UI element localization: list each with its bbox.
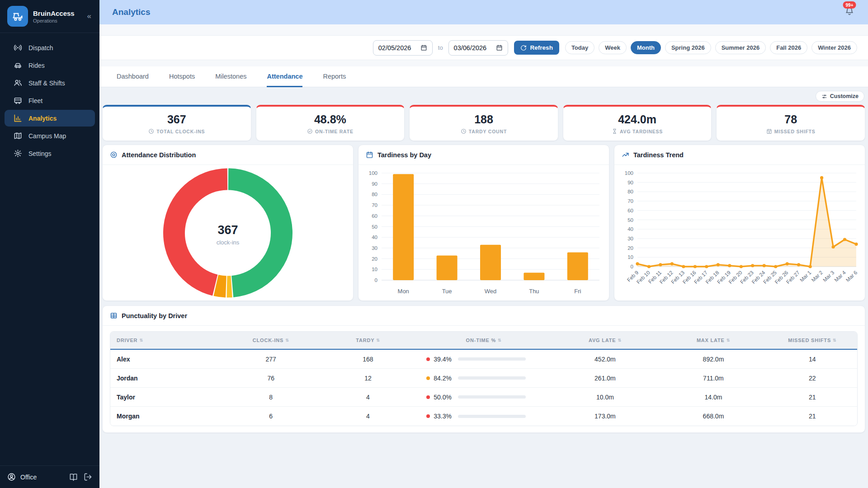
notifications-button[interactable]: 99+ xyxy=(844,6,854,18)
cell-tardy: 4 xyxy=(320,413,417,420)
svg-text:20: 20 xyxy=(372,256,377,261)
column-header-driver[interactable]: DRIVER⇅ xyxy=(110,338,222,343)
notification-badge: 99+ xyxy=(843,1,856,9)
calendar-icon[interactable] xyxy=(496,44,503,51)
spring-2026-button[interactable]: Spring 2026 xyxy=(665,41,711,54)
svg-text:40: 40 xyxy=(627,226,633,232)
chart-card-title-row: Tardiness by Day xyxy=(359,145,609,165)
dispatch-icon xyxy=(14,43,22,52)
winter-2026-button[interactable]: Winter 2026 xyxy=(811,41,857,54)
spacer-band xyxy=(99,60,868,66)
sidebar-item-staff-shifts[interactable]: Staff & Shifts xyxy=(0,75,99,91)
app-titles: BruinAccess Operations xyxy=(33,9,75,23)
book-icon[interactable] xyxy=(69,473,78,481)
kpi-value: 424.0m xyxy=(618,113,656,126)
tab-milestones[interactable]: Milestones xyxy=(215,66,246,87)
column-header-tardy[interactable]: TARDY⇅ xyxy=(320,338,417,343)
kpi-label-text: MISSED SHIFTS xyxy=(774,129,816,134)
sort-icon: ⇅ xyxy=(618,338,621,343)
svg-text:0: 0 xyxy=(631,264,633,269)
sidebar-item-label: Rides xyxy=(28,62,45,69)
kpi-label: TARDY COUNT xyxy=(461,128,507,134)
status-dot xyxy=(426,395,430,399)
today-button[interactable]: Today xyxy=(565,41,594,54)
tab-hotspots[interactable]: Hotspots xyxy=(169,66,195,87)
summer-2026-button[interactable]: Summer 2026 xyxy=(715,41,766,54)
sidebar-collapse-button[interactable]: « xyxy=(85,11,93,22)
sidebar-user-label: Office xyxy=(20,474,37,481)
column-header-label: CLOCK-INS xyxy=(253,338,283,343)
charts-row: Attendance Distribution367clock-insTardi… xyxy=(102,145,865,301)
column-header-clock-ins[interactable]: CLOCK-INS⇅ xyxy=(222,338,320,343)
month-button[interactable]: Month xyxy=(631,41,661,54)
chart-title: Attendance Distribution xyxy=(122,151,196,159)
svg-text:50: 50 xyxy=(627,217,633,222)
week-button[interactable]: Week xyxy=(599,41,627,54)
cell-missed-shifts: 21 xyxy=(768,413,857,420)
clock-icon xyxy=(461,128,467,134)
sidebar-item-analytics[interactable]: Analytics xyxy=(5,110,95,127)
hourglass-icon xyxy=(612,128,618,134)
sidebar-item-settings[interactable]: Settings xyxy=(0,145,99,162)
sidebar-header: BruinAccess Operations « xyxy=(0,0,99,33)
tab-reports[interactable]: Reports xyxy=(323,66,346,87)
calendar-icon[interactable] xyxy=(420,44,427,51)
cell-avg-late: 10.0m xyxy=(551,394,660,401)
cell-missed-shifts: 22 xyxy=(768,375,857,382)
logout-icon[interactable] xyxy=(84,473,92,481)
fall-2026-button[interactable]: Fall 2026 xyxy=(770,41,807,54)
car-icon xyxy=(14,61,22,70)
kpi-card-on-time-rate: 48.8%ON-TIME RATE xyxy=(256,105,405,141)
table-icon xyxy=(110,312,118,319)
cell-avg-late: 173.0m xyxy=(551,413,660,420)
column-header-avg-late[interactable]: AVG LATE⇅ xyxy=(551,338,660,343)
cell-missed-shifts: 14 xyxy=(768,356,857,363)
on-time-progress-track xyxy=(458,357,526,361)
cell-avg-late: 452.0m xyxy=(551,356,660,363)
svg-text:80: 80 xyxy=(627,189,633,194)
on-time-progress-track xyxy=(458,415,526,418)
cell-driver: Alex xyxy=(110,356,222,363)
chart-card-title-row: Attendance Distribution xyxy=(103,145,353,165)
status-dot xyxy=(426,376,430,380)
cell-tardy: 12 xyxy=(320,375,417,382)
svg-text:70: 70 xyxy=(372,202,377,208)
column-header-missed-shifts[interactable]: MISSED SHIFTS⇅ xyxy=(768,338,857,343)
column-header-on-time[interactable]: ON-TIME %⇅ xyxy=(416,338,551,343)
customize-button[interactable]: Customize xyxy=(816,91,864,102)
column-header-label: AVG LATE xyxy=(589,338,616,343)
refresh-button[interactable]: Refresh xyxy=(514,41,559,55)
date-to-value: 03/06/2026 xyxy=(454,44,487,52)
content-area: Customize 367TOTAL CLOCK-INS48.8%ON-TIME… xyxy=(99,87,868,488)
column-header-max-late[interactable]: MAX LATE⇅ xyxy=(659,338,768,343)
column-header-label: DRIVER xyxy=(117,338,137,343)
users-icon xyxy=(14,79,22,87)
sidebar-item-rides[interactable]: Rides xyxy=(0,57,99,74)
tab-dashboard[interactable]: Dashboard xyxy=(117,66,149,87)
kpi-row: 367TOTAL CLOCK-INS48.8%ON-TIME RATE188TA… xyxy=(102,105,865,141)
calendar-icon xyxy=(366,151,373,159)
date-to-input[interactable]: 03/06/2026 xyxy=(448,40,508,56)
date-from-value: 02/05/2026 xyxy=(378,44,411,52)
punctuality-table: DRIVER⇅CLOCK-INS⇅TARDY⇅ON-TIME %⇅AVG LAT… xyxy=(110,331,858,426)
golf-cart-icon xyxy=(12,10,24,23)
svg-text:0: 0 xyxy=(375,277,377,283)
app-name: BruinAccess xyxy=(33,9,75,17)
on-time-progress-track xyxy=(458,395,526,399)
sidebar-item-label: Dispatch xyxy=(28,44,53,52)
svg-text:Mar 3: Mar 3 xyxy=(822,269,835,282)
table-body: Alex27716839.4%452.0m892.0m14Jordan76128… xyxy=(110,350,857,426)
date-from-input[interactable]: 02/05/2026 xyxy=(373,40,433,56)
svg-text:50: 50 xyxy=(372,224,377,229)
chart-card-tardiness-by-day: Tardiness by Day0102030405060708090100Mo… xyxy=(358,145,609,301)
sidebar-item-dispatch[interactable]: Dispatch xyxy=(0,39,99,56)
line-chart-svg: 0102030405060708090100Feb 9Feb 10Feb 11F… xyxy=(615,166,864,300)
kpi-label-text: TARDY COUNT xyxy=(469,129,507,134)
tab-attendance[interactable]: Attendance xyxy=(267,66,302,87)
sidebar-item-label: Campus Map xyxy=(28,132,66,140)
cell-clock-ins: 76 xyxy=(222,375,320,382)
svg-text:clock-ins: clock-ins xyxy=(217,239,240,245)
kpi-label: MISSED SHIFTS xyxy=(766,128,816,134)
sidebar-item-fleet[interactable]: Fleet xyxy=(0,92,99,109)
sidebar-item-campus-map[interactable]: Campus Map xyxy=(0,127,99,144)
